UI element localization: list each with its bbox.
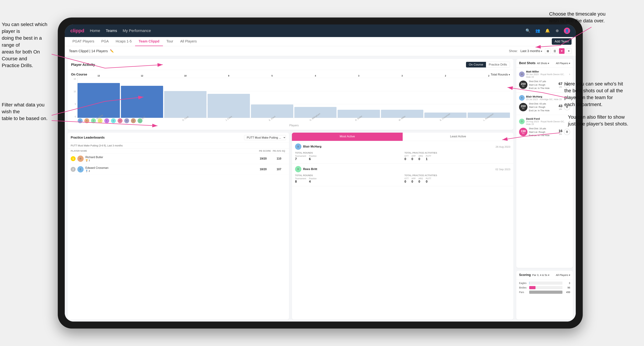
bar-label-9: 2 [488, 75, 490, 77]
rounds-label-0: Total Rounds [295, 152, 401, 154]
all-shots-filter[interactable]: All Shots [537, 62, 549, 65]
bar-group-2: 10 D. Ford [164, 78, 206, 118]
player-avatar-butler: R [77, 156, 84, 162]
shot-end-1: End Lie: In The Hole [529, 109, 557, 112]
tablet-screen: clippd Home Teams My Performance 🔍 👥 🔔 ⊕… [65, 24, 576, 322]
grid-view-btn[interactable]: ⊞ [545, 48, 550, 54]
annotation-left-1: You can select which player isdoing the … [2, 21, 54, 69]
most-active-tab[interactable]: Most Active [292, 133, 403, 141]
practice-stat-1: Practice 4 [309, 177, 316, 183]
avatars-row: B R D J E G R M E L [77, 118, 510, 123]
shot-end-0: End Lie: In The Hole [529, 86, 557, 90]
rank-num-1: 2 [89, 170, 90, 172]
stats-row-activities-0: GTT 0 APP 0 ARG [404, 155, 510, 161]
stats-group-activities-0: Total Practice Activities GTT 0 APP [404, 152, 510, 161]
putt-label-1: PUTT [426, 177, 431, 180]
people-icon[interactable]: 👥 [534, 28, 541, 34]
tab-hcaps[interactable]: Hcaps 1-5 [112, 37, 135, 46]
tab-tour[interactable]: Tour [163, 37, 177, 46]
settings-view-btn[interactable]: ≡ [566, 48, 572, 54]
tab-pgat-players[interactable]: PGAT Players [69, 37, 98, 46]
avatar-0: B [77, 118, 83, 124]
leaderboard-col-headers: PLAYER NAME PB SCORE PB AVG SQ [68, 149, 289, 154]
avatar-5: G [110, 118, 116, 124]
score-label-pars: Pars [519, 291, 528, 294]
leaderboard-subtitle: PUTT Must Make Putting (3-6 ft), Last 3 … [68, 143, 289, 149]
annotation-left-2: Filter what data you wish thetable to be… [2, 101, 54, 122]
shot-avatar-2: D [519, 119, 525, 124]
nav-links: Home Teams My Performance [90, 28, 519, 33]
practice-label-0: Practice [309, 155, 316, 157]
shot-details-row-0: 200 SG Shot Dist: 67 yds Start Lie: Roug… [519, 80, 570, 90]
shot-player-name-1: Blair McHarg [526, 95, 568, 98]
practice-val-1: 4 [309, 180, 316, 183]
plus-circle-icon[interactable]: ⊕ [554, 28, 560, 34]
all-players-filter[interactable]: All Players [556, 62, 570, 65]
chart-dropdown[interactable]: Total Rounds [491, 73, 510, 76]
tab-all-players[interactable]: All Players [177, 37, 200, 46]
player-name-area-1: Edward Crossman 🥈 2 [86, 166, 254, 172]
edit-icon[interactable]: ✏️ [110, 49, 114, 53]
arg-stat-0: ARG 0 [418, 155, 423, 161]
avatar-1: R [84, 118, 90, 124]
shot-dist-2: Shot Dist: 16 yds [529, 127, 557, 130]
shot-start-0: Start Lie: Rough [529, 83, 557, 87]
user-avatar[interactable]: 👤 [564, 28, 570, 34]
shot-stat-val-2: 16 [558, 129, 562, 133]
leaderboard-row-1[interactable]: 2 E Edward Crossman 🥈 2 18/20 107 [68, 164, 289, 175]
view-icons: ⊞ ☰ ♥ ≡ [545, 48, 572, 54]
score-row-pars: Pars 499 [519, 291, 570, 294]
bar-label-0: 13 [98, 75, 100, 77]
shot-avatar-0: M [519, 71, 525, 77]
list-view-btn[interactable]: ☰ [552, 48, 558, 54]
shot-badge-num-2: 198 [521, 130, 526, 133]
practice-drills-btn[interactable]: Practice Drills [486, 62, 510, 67]
team-header-right: Show: Last 3 months ⊞ ☰ ♥ ≡ [509, 48, 572, 54]
avatar-8: E [130, 118, 136, 124]
shot-stat-unit-2: yds [559, 133, 562, 135]
avatar-4: E [104, 118, 110, 124]
least-active-tab[interactable]: Least Active [403, 133, 514, 141]
card-view-btn[interactable]: ♥ [559, 48, 564, 54]
active-player-header-0: B Blair McHarg 26 Aug 2023 [295, 144, 510, 150]
activities-label-0: Total Practice Activities [404, 152, 510, 154]
tab-pga[interactable]: PGA [98, 37, 112, 46]
putt-stat-1: PUTT 0 [426, 177, 431, 183]
tournament-label-0: Tournament [295, 155, 306, 157]
drill-select[interactable]: PUTT Must Make Putting ... [244, 135, 286, 140]
bell-icon[interactable]: 🔔 [544, 28, 550, 34]
tournament-stat-0: Tournament 7 [295, 155, 306, 161]
best-shots-header: Best Shots All Shots All Players [516, 59, 573, 68]
search-icon[interactable]: 🔍 [525, 28, 531, 34]
tab-team-clippd[interactable]: Team Clippd [135, 37, 163, 46]
active-player-card-1: R Rees Britt 02 Sep 2023 Total Rounds To… [292, 164, 514, 186]
active-player-card-0: B Blair McHarg 26 Aug 2023 Total Rounds … [292, 141, 514, 164]
add-team-button[interactable]: Add Team [552, 38, 572, 45]
shot-start-1: Start Lie: Rough [529, 105, 557, 109]
putt-val-0: 1 [426, 157, 431, 161]
shot-player-name-2: David Ford [526, 117, 568, 120]
nav-home[interactable]: Home [90, 28, 100, 33]
arg-stat-1: ARG 0 [418, 177, 423, 183]
scoring-players-filter[interactable]: All Players [556, 274, 570, 276]
bar-label-1: 12 [141, 75, 143, 77]
pb-score-0: 19/20 [256, 157, 270, 160]
scoring-header: Scoring Par 3, 4 & 5s All Players [516, 271, 573, 279]
shot-stat-unit-1: yds [559, 108, 562, 110]
leaderboard-row-0[interactable]: 1 R Richard Butler 🏆 1 19/20 110 [68, 154, 289, 164]
practice-val-0: 6 [309, 157, 316, 161]
y-label-15: 15 [74, 78, 76, 80]
period-select[interactable]: Last 3 months [520, 49, 542, 53]
nav-teams[interactable]: Teams [106, 28, 117, 33]
shot-badge-0: 200 SG [519, 81, 528, 89]
main-content: Player Activity On Course Practice Drill… [65, 56, 576, 322]
shot-badge-num-0: 200 [521, 82, 526, 85]
bar-group-0: 13 B. McHarg [78, 78, 120, 118]
nav-my-performance[interactable]: My Performance [123, 28, 151, 33]
arg-label-0: ARG [418, 155, 423, 157]
tournament-val-1: 8 [295, 180, 306, 183]
on-course-btn[interactable]: On Course [466, 62, 486, 67]
shot-player-sub-1: 23 Jul 2023 · Ashridge GC, Hole 15 [526, 98, 568, 101]
shot-card-2[interactable]: D David Ford 24 Aug 2023 · Royal North D… [516, 115, 573, 140]
par-filter[interactable]: Par 3, 4 & 5s [532, 274, 549, 276]
